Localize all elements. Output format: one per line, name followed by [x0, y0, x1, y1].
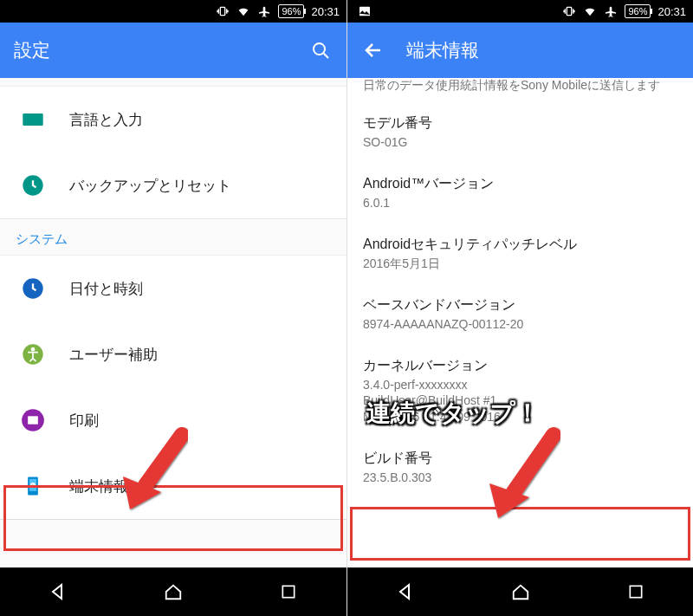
battery-text: 96% — [628, 6, 647, 16]
info-value: SO-01G — [363, 134, 677, 151]
info-label: ベースバンドバージョン — [363, 296, 677, 314]
appbar-title: 設定 — [14, 38, 288, 62]
info-item-build-number[interactable]: ビルド番号 23.5.B.0.303 — [347, 438, 693, 498]
info-value: 3.4.0-perf-xxxxxxxx BuildUser@BuildHost … — [363, 377, 677, 426]
svg-rect-8 — [28, 416, 38, 424]
nav-back-button[interactable] — [45, 579, 71, 605]
back-icon[interactable] — [361, 38, 385, 62]
appbar-about: 端末情報 — [347, 23, 693, 78]
print-icon — [21, 408, 45, 432]
svg-point-1 — [314, 43, 325, 55]
keyboard-icon — [21, 107, 45, 132]
info-value: 23.5.B.0.303 — [363, 470, 677, 486]
info-label: ビルド番号 — [363, 450, 677, 468]
svg-point-6 — [31, 347, 36, 352]
info-item-android-version[interactable]: Android™バージョン 6.0.1 — [347, 163, 693, 224]
nav-home-button[interactable] — [508, 579, 534, 605]
appbar-settings: 設定 — [0, 23, 346, 78]
svg-rect-14 — [283, 586, 295, 597]
nav-home-button[interactable] — [160, 579, 186, 605]
settings-content: 言語と入力 バックアップとリセット システム 日付と時刻 ユーザー — [0, 78, 346, 567]
annotation-highlight-about — [3, 485, 343, 551]
phone-left-settings: 96% 20:31 設定 言語と入力 バックアップとリセット シ — [0, 0, 346, 616]
info-label: Android™バージョン — [363, 175, 677, 193]
restore-icon — [21, 173, 45, 198]
search-icon[interactable] — [308, 38, 333, 62]
clock: 20:31 — [311, 5, 340, 18]
svg-rect-2 — [23, 113, 42, 126]
settings-item-print[interactable]: 印刷 — [0, 387, 346, 453]
nav-back-button[interactable] — [392, 579, 418, 605]
settings-item-accessibility[interactable]: ユーザー補助 — [0, 321, 346, 387]
settings-item-label: ユーザー補助 — [69, 345, 158, 365]
image-icon — [358, 4, 372, 18]
statusbar: 96% 20:31 — [347, 0, 693, 23]
clock-icon — [21, 276, 45, 301]
nav-recent-button[interactable] — [623, 579, 649, 605]
info-item-kernel[interactable]: カーネルバージョン 3.4.0-perf-xxxxxxxx BuildUser@… — [347, 345, 693, 438]
airplane-icon — [257, 4, 271, 18]
section-header-system: システム — [0, 218, 346, 256]
accessibility-icon — [21, 342, 45, 366]
info-label: Androidセキュリティパッチレベル — [363, 236, 677, 254]
appbar-title: 端末情報 — [406, 38, 679, 62]
settings-item-language-input[interactable]: 言語と入力 — [0, 87, 346, 152]
svg-rect-18 — [630, 586, 641, 597]
info-label: カーネルバージョン — [363, 357, 677, 375]
airplane-icon — [604, 4, 618, 18]
battery-indicator: 96% — [278, 4, 304, 18]
nav-recent-button[interactable] — [275, 579, 301, 605]
settings-item-label: 日付と時刻 — [69, 279, 143, 299]
wifi-icon — [583, 4, 597, 18]
info-label: モデル番号 — [363, 114, 677, 133]
vibrate-icon — [216, 4, 230, 18]
clock: 20:31 — [657, 5, 686, 18]
phone-right-about: 96% 20:31 端末情報 日常のデータ使用統計情報をSony Mobileに… — [346, 0, 693, 616]
annotation-highlight-build — [350, 507, 690, 561]
settings-item-label: 言語と入力 — [69, 110, 143, 130]
svg-rect-0 — [221, 7, 225, 15]
about-content: 日常のデータ使用統計情報をSony Mobileに送信します モデル番号 SO-… — [347, 78, 693, 567]
info-item-model[interactable]: モデル番号 SO-01G — [347, 102, 693, 163]
navbar — [0, 567, 346, 616]
navbar — [347, 567, 693, 616]
wifi-icon — [236, 4, 250, 18]
battery-text: 96% — [282, 6, 301, 16]
info-value: 2016年5月1日 — [363, 256, 677, 272]
vibrate-icon — [562, 4, 576, 18]
info-value: 8974-AAAAANAZQ-00112-20 — [363, 316, 677, 333]
info-item-truncated[interactable]: 日常のデータ使用統計情報をSony Mobileに送信します — [347, 78, 693, 102]
info-value: 6.0.1 — [363, 195, 677, 211]
settings-item-date-time[interactable]: 日付と時刻 — [0, 256, 346, 321]
info-item-baseband[interactable]: ベースバンドバージョン 8974-AAAAANAZQ-00112-20 — [347, 284, 693, 345]
statusbar: 96% 20:31 — [0, 0, 346, 23]
settings-item-label: バックアップとリセット — [69, 176, 231, 196]
battery-indicator: 96% — [625, 4, 651, 18]
settings-item-backup-reset[interactable]: バックアップとリセット — [0, 152, 346, 218]
settings-item-label: 印刷 — [69, 411, 99, 431]
info-item-security-patch[interactable]: Androidセキュリティパッチレベル 2016年5月1日 — [347, 224, 693, 284]
svg-rect-16 — [567, 7, 572, 15]
